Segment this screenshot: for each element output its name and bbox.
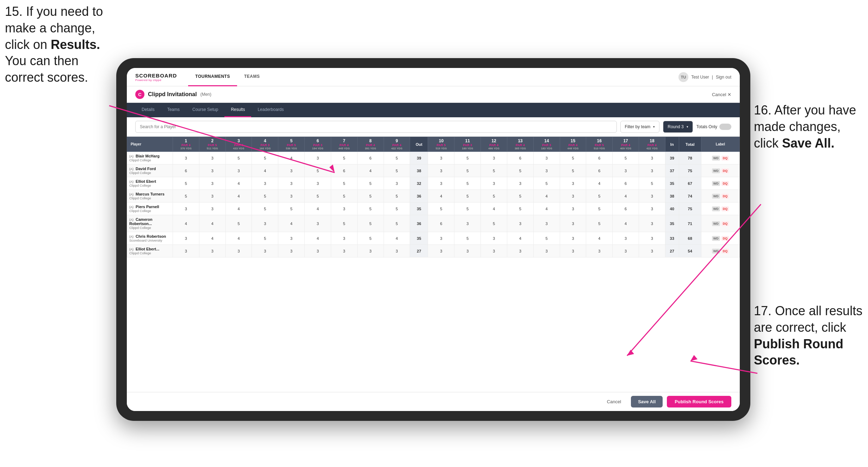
score-hole-11[interactable]: 5 [454, 164, 481, 177]
score-hole-6[interactable]: 3 [305, 177, 331, 190]
scorecard-container[interactable]: Player 1PAR 4370 YDS 2PAR 5511 YDS 3PAR … [127, 137, 740, 392]
score-hole-7[interactable]: 3 [331, 232, 357, 245]
score-hole-16[interactable]: 5 [586, 215, 613, 232]
score-hole-1[interactable]: 3 [173, 152, 199, 164]
score-hole-2[interactable]: 4 [199, 232, 225, 245]
score-hole-11[interactable]: 3 [454, 245, 481, 257]
score-hole-18[interactable]: 3 [639, 215, 665, 232]
wd-label[interactable]: WD [712, 181, 720, 186]
cancel-button[interactable]: Cancel [601, 396, 627, 407]
tab-course-setup[interactable]: Course Setup [186, 103, 224, 117]
score-hole-12[interactable]: 3 [481, 152, 507, 164]
wd-label[interactable]: WD [712, 206, 720, 211]
score-hole-11[interactable]: 5 [454, 177, 481, 190]
score-hole-3[interactable]: 5 [225, 215, 252, 232]
score-hole-2[interactable]: 3 [199, 203, 225, 215]
score-hole-15[interactable]: 3 [560, 245, 586, 257]
score-hole-14[interactable]: 3 [533, 215, 560, 232]
score-hole-9[interactable]: 3 [384, 177, 410, 190]
score-hole-14[interactable]: 4 [533, 203, 560, 215]
wd-label[interactable]: WD [712, 249, 720, 254]
score-hole-14[interactable]: 3 [533, 245, 560, 257]
wd-label[interactable]: WD [712, 236, 720, 241]
score-hole-6[interactable]: 3 [305, 215, 331, 232]
score-hole-1[interactable]: 3 [173, 203, 199, 215]
score-hole-5[interactable]: 3 [278, 232, 305, 245]
score-hole-12[interactable]: 4 [481, 203, 507, 215]
score-hole-4[interactable]: 4 [252, 164, 278, 177]
score-hole-17[interactable]: 4 [613, 215, 639, 232]
dq-label[interactable]: DQ [721, 181, 729, 186]
score-hole-9[interactable]: 5 [384, 164, 410, 177]
score-hole-13[interactable]: 4 [507, 232, 533, 245]
wd-label[interactable]: WD [712, 156, 720, 161]
score-hole-3[interactable]: 3 [225, 164, 252, 177]
score-hole-7[interactable]: 5 [331, 215, 357, 232]
score-hole-16[interactable]: 3 [586, 245, 613, 257]
score-hole-12[interactable]: 3 [481, 177, 507, 190]
score-hole-3[interactable]: 4 [225, 232, 252, 245]
score-hole-14[interactable]: 5 [533, 232, 560, 245]
score-hole-6[interactable]: 5 [305, 164, 331, 177]
score-hole-4[interactable]: 3 [252, 245, 278, 257]
score-hole-7[interactable]: 5 [331, 190, 357, 203]
score-hole-1[interactable]: 5 [173, 190, 199, 203]
score-hole-7[interactable]: 5 [331, 177, 357, 190]
score-hole-18[interactable]: 3 [639, 164, 665, 177]
score-hole-15[interactable]: 3 [560, 177, 586, 190]
score-hole-13[interactable]: 6 [507, 152, 533, 164]
score-hole-12[interactable]: 3 [481, 232, 507, 245]
dq-label[interactable]: DQ [721, 236, 729, 241]
wd-label[interactable]: WD [712, 168, 720, 173]
score-hole-7[interactable]: 5 [331, 152, 357, 164]
score-hole-6[interactable]: 4 [305, 203, 331, 215]
score-hole-1[interactable]: 5 [173, 177, 199, 190]
score-hole-6[interactable]: 3 [305, 152, 331, 164]
score-hole-11[interactable]: 5 [454, 203, 481, 215]
score-hole-16[interactable]: 6 [586, 152, 613, 164]
score-hole-8[interactable]: 3 [357, 245, 384, 257]
score-hole-5[interactable]: 3 [278, 190, 305, 203]
filter-by-team-dropdown[interactable]: Filter by team ▾ [620, 121, 660, 133]
score-hole-8[interactable]: 4 [357, 164, 384, 177]
score-hole-15[interactable]: 3 [560, 203, 586, 215]
score-hole-2[interactable]: 3 [199, 177, 225, 190]
score-hole-7[interactable]: 3 [331, 245, 357, 257]
score-hole-11[interactable]: 5 [454, 190, 481, 203]
score-hole-10[interactable]: 6 [428, 215, 454, 232]
score-hole-15[interactable]: 5 [560, 152, 586, 164]
score-hole-8[interactable]: 5 [357, 190, 384, 203]
score-hole-5[interactable]: 4 [278, 215, 305, 232]
score-hole-11[interactable]: 3 [454, 215, 481, 232]
score-hole-14[interactable]: 3 [533, 152, 560, 164]
tab-results[interactable]: Results [224, 103, 251, 117]
score-hole-17[interactable]: 3 [613, 245, 639, 257]
dq-label[interactable]: DQ [721, 249, 729, 254]
nav-tournaments[interactable]: TOURNAMENTS [188, 68, 237, 86]
score-hole-13[interactable]: 3 [507, 177, 533, 190]
score-hole-7[interactable]: 6 [331, 164, 357, 177]
score-hole-9[interactable]: 5 [384, 190, 410, 203]
score-hole-10[interactable]: 3 [428, 245, 454, 257]
sign-out-link[interactable]: Sign out [716, 75, 731, 80]
score-hole-9[interactable]: 3 [384, 245, 410, 257]
score-hole-10[interactable]: 3 [428, 164, 454, 177]
score-hole-4[interactable]: 5 [252, 190, 278, 203]
score-hole-8[interactable]: 5 [357, 203, 384, 215]
score-hole-5[interactable]: 5 [278, 203, 305, 215]
score-hole-5[interactable]: 3 [278, 164, 305, 177]
score-hole-16[interactable]: 5 [586, 203, 613, 215]
score-hole-15[interactable]: 3 [560, 232, 586, 245]
dq-label[interactable]: DQ [721, 221, 729, 226]
score-hole-14[interactable]: 5 [533, 177, 560, 190]
score-hole-3[interactable]: 3 [225, 245, 252, 257]
score-hole-2[interactable]: 4 [199, 215, 225, 232]
score-hole-17[interactable]: 5 [613, 152, 639, 164]
score-hole-1[interactable]: 3 [173, 245, 199, 257]
score-hole-12[interactable]: 5 [481, 215, 507, 232]
score-hole-10[interactable]: 5 [428, 203, 454, 215]
score-hole-18[interactable]: 5 [639, 177, 665, 190]
score-hole-10[interactable]: 3 [428, 152, 454, 164]
save-all-button[interactable]: Save All [631, 396, 663, 407]
score-hole-6[interactable]: 3 [305, 245, 331, 257]
